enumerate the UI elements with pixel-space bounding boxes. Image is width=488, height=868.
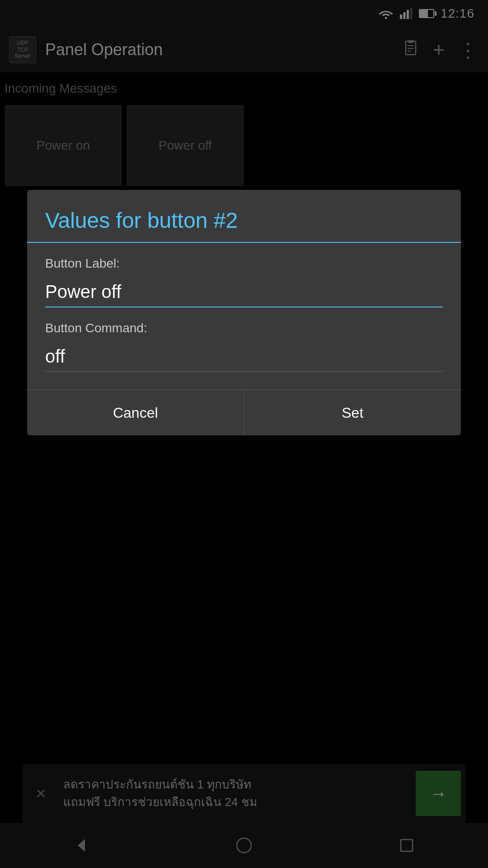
button-command-input[interactable] xyxy=(45,342,443,371)
dialog-title: Values for button #2 xyxy=(45,208,238,232)
set-button[interactable]: Set xyxy=(244,390,461,435)
dialog: Values for button #2 Button Label: Butto… xyxy=(27,190,461,435)
button-command-field-label: Button Command: xyxy=(45,321,443,335)
dialog-body: Button Label: Button Command: xyxy=(27,243,461,390)
button-label-input[interactable] xyxy=(45,277,443,307)
button-command-input-container xyxy=(45,342,443,372)
cancel-button[interactable]: Cancel xyxy=(27,390,244,435)
button-label-input-container xyxy=(45,277,443,307)
dialog-footer: Cancel Set xyxy=(27,390,461,435)
dialog-header: Values for button #2 xyxy=(27,190,461,243)
button-label-field-label: Button Label: xyxy=(45,256,443,271)
